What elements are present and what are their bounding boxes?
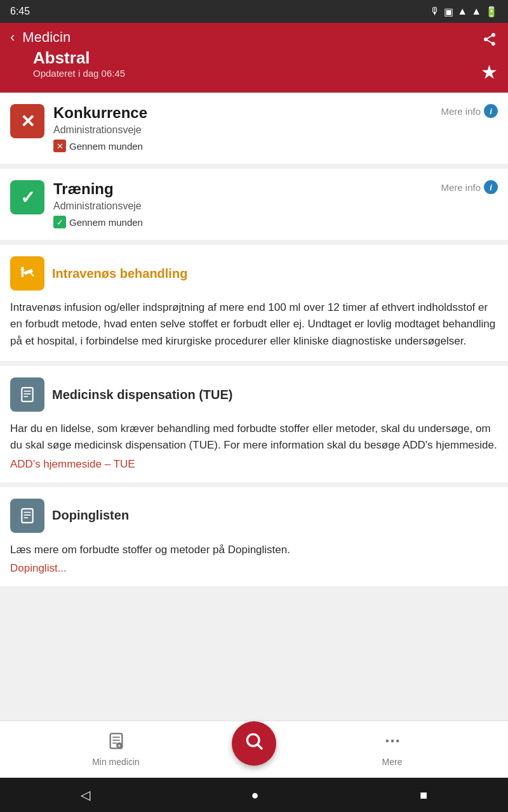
- dopinglisten-title: Dopinglisten: [52, 508, 129, 523]
- svg-point-20: [391, 740, 394, 743]
- medicinsk-text: Har du en lidelse, som kræver behandling…: [10, 421, 498, 454]
- mere-icon: [384, 732, 401, 754]
- min-medicin-icon: +: [107, 732, 125, 754]
- intravenous-section: Intravenøs behandling Intravenøs infusio…: [0, 245, 508, 361]
- dopinglisten-header: Dopinglisten: [10, 499, 498, 533]
- header-updated: Opdateret i dag 06:45: [33, 68, 125, 79]
- intravenous-title: Intravenøs behandling: [52, 266, 187, 281]
- konkurrence-more-info-label: Mere info: [441, 106, 481, 117]
- svg-point-19: [385, 740, 389, 743]
- konkurrence-card: ✕ Konkurrence Administrationsveje ✕ Genn…: [0, 93, 508, 164]
- dopinglisten-section: Dopinglisten Læs mere om forbudte stoffe…: [0, 487, 508, 586]
- svg-rect-0: [22, 267, 24, 277]
- battery-icon: 🔋: [485, 6, 498, 18]
- status-bar: 6:45 🎙 ▣ ▲ ▲ 🔋: [0, 0, 508, 23]
- konkurrence-more-info[interactable]: Mere info i: [441, 104, 498, 118]
- traening-card: ✓ Træning Administrationsveje ✓ Gennem m…: [0, 169, 508, 240]
- konkurrence-subtitle: Administrationsveje: [53, 124, 432, 136]
- svg-rect-1: [21, 269, 25, 270]
- konkurrence-tag: ✕ Gennem munden: [53, 140, 143, 152]
- svg-rect-2: [30, 272, 34, 277]
- traening-more-info-label: Mere info: [441, 182, 481, 193]
- header-top-row: ‹ Medicin: [10, 29, 125, 46]
- header-left: ‹ Medicin Abstral Opdateret i dag 06:45: [10, 29, 125, 79]
- konkurrence-title: Konkurrence: [53, 104, 432, 122]
- star-button[interactable]: ★: [481, 61, 498, 83]
- wifi-icon: ▲: [457, 6, 467, 17]
- nav-min-medicin[interactable]: + Min medicin: [0, 732, 232, 767]
- header: ‹ Medicin Abstral Opdateret i dag 06:45 …: [0, 23, 508, 93]
- traening-title: Træning: [53, 180, 432, 198]
- header-subtitle: Abstral: [33, 48, 125, 68]
- back-button[interactable]: ‹: [10, 29, 15, 46]
- traening-subtitle: Administrationsveje: [53, 200, 432, 212]
- share-button[interactable]: [482, 32, 497, 51]
- konkurrence-tag-text: Gennem munden: [69, 141, 143, 152]
- svg-line-18: [258, 745, 262, 749]
- android-nav: ◁ ● ■: [0, 778, 508, 812]
- search-fab-icon: [244, 731, 264, 756]
- svg-point-21: [396, 740, 399, 743]
- nav-mere[interactable]: Mere: [276, 732, 508, 767]
- bottom-nav: + Min medicin Mere: [0, 721, 508, 778]
- medicinsk-icon: [10, 377, 44, 412]
- nav-search-fab[interactable]: [232, 721, 276, 766]
- svg-rect-7: [22, 509, 32, 523]
- status-icons: 🎙 ▣ ▲ ▲ 🔋: [430, 6, 498, 18]
- konkurrence-body: Konkurrence Administrationsveje ✕ Gennem…: [53, 104, 432, 152]
- intravenous-header: Intravenøs behandling: [10, 256, 498, 291]
- intravenous-icon: [10, 256, 44, 291]
- traening-tag-text: Gennem munden: [69, 217, 143, 228]
- medicinsk-title: Medicinsk dispensation (TUE): [52, 388, 232, 402]
- svg-text:+: +: [117, 743, 121, 749]
- konkurrence-icon: ✕: [10, 104, 44, 138]
- android-recent[interactable]: ■: [420, 788, 427, 802]
- nav-mere-label: Mere: [382, 757, 403, 767]
- header-actions: ★: [481, 29, 498, 83]
- intravenous-text: Intravenøs infusion og/eller indsprøjtni…: [10, 299, 498, 350]
- traening-icon: ✓: [10, 180, 44, 214]
- tag-green-icon: ✓: [53, 216, 66, 228]
- konkurrence-info-icon[interactable]: i: [484, 104, 498, 118]
- dopinglisten-text: Læs mere om forbudte stoffer og metoder …: [10, 542, 498, 558]
- podcast-icon: 🎙: [430, 6, 440, 17]
- traening-tag: ✓ Gennem munden: [53, 216, 143, 228]
- android-back[interactable]: ◁: [81, 787, 90, 802]
- main-content: ✕ Konkurrence Administrationsveje ✕ Genn…: [0, 93, 508, 721]
- tag-red-icon: ✕: [53, 140, 66, 152]
- nav-min-medicin-label: Min medicin: [92, 757, 140, 767]
- medicinsk-link[interactable]: ADD's hjemmeside – TUE: [10, 458, 498, 471]
- svg-rect-3: [22, 388, 32, 402]
- sim-icon: ▣: [444, 6, 453, 18]
- traening-more-info[interactable]: Mere info i: [441, 180, 498, 194]
- android-home[interactable]: ●: [251, 788, 258, 802]
- status-time: 6:45: [10, 6, 30, 17]
- header-title: Medicin: [22, 29, 70, 46]
- signal-icon: ▲: [471, 6, 481, 17]
- dopinglisten-icon: [10, 499, 44, 533]
- dopinglisten-link[interactable]: Dopinglist...: [10, 562, 498, 575]
- medicinsk-header: Medicinsk dispensation (TUE): [10, 377, 498, 412]
- traening-info-icon[interactable]: i: [484, 180, 498, 194]
- medicinsk-section: Medicinsk dispensation (TUE) Har du en l…: [0, 366, 508, 482]
- traening-body: Træning Administrationsveje ✓ Gennem mun…: [53, 180, 432, 228]
